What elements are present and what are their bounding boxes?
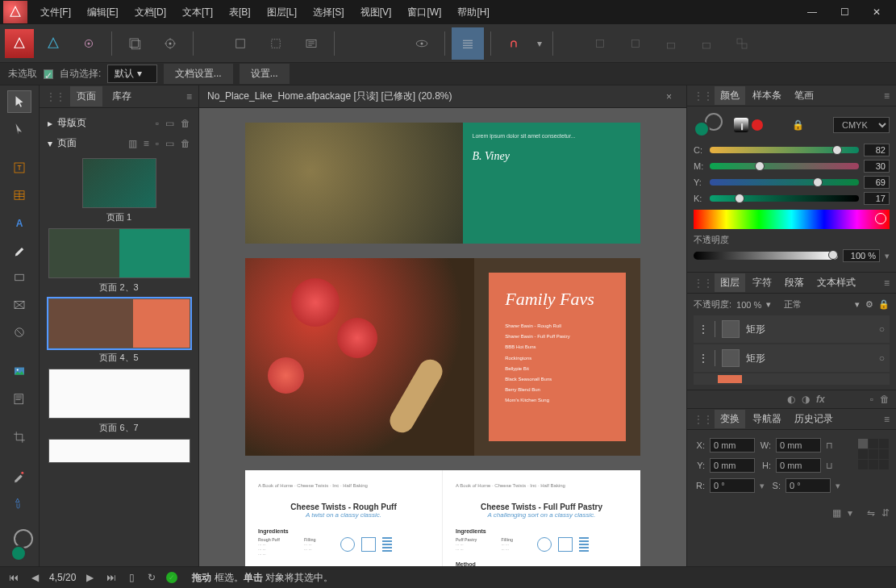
swatches-tab[interactable]: 样本条	[747, 86, 787, 105]
refresh-icon[interactable]: ↻	[145, 572, 158, 583]
lock-icon[interactable]: 🔒	[878, 299, 890, 310]
layer-opacity-value[interactable]: 100 %	[736, 300, 761, 310]
gear-icon[interactable]: ⚙	[865, 299, 873, 310]
maximize-button[interactable]: ☐	[828, 0, 861, 24]
opacity-value[interactable]: 100 %	[843, 249, 880, 262]
page-thumb-89[interactable]	[44, 439, 194, 463]
layer-row[interactable]: ⋮ 矩形 ○	[694, 344, 890, 372]
persona-photo-icon[interactable]	[73, 27, 105, 60]
pages-tab[interactable]: 页面	[70, 86, 102, 106]
master-pages-header[interactable]: ▸ 母版页 ▫▭🗑	[44, 113, 194, 133]
snap-dropdown-icon[interactable]: ▾	[533, 27, 546, 60]
preflight-icon[interactable]	[295, 27, 327, 60]
menu-select[interactable]: 选择[S]	[305, 0, 352, 24]
preview-icon[interactable]	[406, 27, 438, 60]
place-image-tool[interactable]	[7, 360, 31, 382]
crop-tool[interactable]	[7, 426, 31, 448]
pages-section-header[interactable]: ▾ 页面 ▥≡▫▭🗑	[44, 133, 194, 153]
view-mode-icon[interactable]: ▯	[127, 572, 137, 583]
drag-handle-icon[interactable]: ⋮⋮	[694, 90, 713, 102]
stock-tab[interactable]: 库存	[106, 86, 138, 106]
folder2-icon[interactable]: ▭	[165, 138, 174, 149]
yellow-slider[interactable]	[710, 179, 859, 186]
drag-handle-icon[interactable]: ⋮⋮	[694, 277, 713, 289]
group-icon[interactable]	[726, 27, 758, 60]
w-field[interactable]: 0 mm	[776, 438, 821, 452]
delete-layer-icon[interactable]: 🗑	[880, 394, 890, 405]
section-icon[interactable]	[260, 27, 292, 60]
next-page-icon[interactable]: ▶	[84, 572, 96, 583]
unlock-icon[interactable]	[690, 27, 723, 60]
close-button[interactable]: ✕	[861, 0, 893, 24]
y-field[interactable]: 0 mm	[710, 458, 755, 473]
magenta-value[interactable]: 30	[864, 160, 890, 173]
color-picker-tool[interactable]	[7, 465, 31, 487]
add-page-icon[interactable]: ▫	[156, 138, 159, 149]
snapping-icon[interactable]	[498, 27, 530, 60]
move-back-icon[interactable]	[584, 27, 616, 60]
color-mode-dropdown[interactable]: CMYK	[833, 117, 890, 133]
layers-panel-icon[interactable]	[119, 27, 151, 60]
trash2-icon[interactable]: 🗑	[181, 138, 190, 149]
data-merge-tool[interactable]	[7, 387, 31, 410]
cyan-value[interactable]: 82	[864, 144, 890, 156]
characters-tab[interactable]: 字符	[747, 273, 777, 292]
minimize-button[interactable]: —	[796, 0, 828, 24]
fill-tool[interactable]	[7, 492, 31, 515]
frame-text-tool[interactable]: T	[7, 156, 31, 179]
panel-menu-icon[interactable]: ≡	[884, 90, 890, 102]
move-forward-icon[interactable]	[619, 27, 652, 60]
artistic-text-tool[interactable]: A	[7, 211, 31, 234]
persona-designer-icon[interactable]	[37, 27, 69, 60]
eyedropper-icon[interactable]	[734, 118, 748, 132]
autoselect-dropdown[interactable]: 默认 ▾	[107, 65, 156, 83]
panel-menu-icon[interactable]: ≡	[884, 277, 890, 289]
preferences-icon[interactable]	[154, 27, 186, 60]
node-tool[interactable]	[7, 118, 31, 140]
spread-67[interactable]: A Book of Home · Cheese Twists · Inc · H…	[245, 470, 640, 566]
page-thumb-1[interactable]: 页面 1	[44, 158, 194, 223]
pick-color-icon[interactable]	[752, 119, 763, 131]
r-field[interactable]: 0 °	[710, 478, 755, 493]
drag-handle-icon[interactable]: ⋮⋮	[46, 91, 65, 102]
x-field[interactable]: 0 mm	[710, 438, 755, 452]
magenta-slider[interactable]	[710, 163, 859, 169]
status-ok-icon[interactable]: ✓	[166, 572, 177, 583]
blend-mode-dropdown[interactable]: 正常	[784, 298, 802, 311]
last-page-icon[interactable]: ⏭	[104, 572, 119, 583]
close-tab-icon[interactable]: ×	[660, 91, 678, 102]
stroke-fill-swatch[interactable]	[7, 529, 31, 561]
color-tab[interactable]: 颜色	[715, 86, 745, 105]
move-tool[interactable]	[7, 90, 31, 113]
settings-button[interactable]: 设置...	[240, 64, 290, 84]
add-layer-icon[interactable]: ▫	[870, 394, 873, 405]
drag-handle-icon[interactable]: ⋮⋮	[694, 414, 713, 425]
doc-settings-button[interactable]: 文档设置...	[164, 64, 233, 84]
align-icon[interactable]: ▦	[832, 507, 841, 519]
first-page-icon[interactable]: ⏮	[6, 572, 21, 583]
history-tab[interactable]: 历史记录	[789, 410, 839, 428]
layout-icon[interactable]: ▥	[128, 138, 137, 149]
lock-icon[interactable]	[655, 27, 687, 60]
fill-stroke-swatch[interactable]	[694, 113, 723, 137]
menu-document[interactable]: 文档[D]	[127, 0, 174, 24]
stroke-tab[interactable]: 笔画	[789, 86, 819, 105]
s-field[interactable]: 0 °	[786, 478, 831, 493]
layers-tab[interactable]: 图层	[715, 273, 745, 292]
page-thumb-23[interactable]: 页面 2、3	[44, 228, 194, 294]
transform-tab[interactable]: 变换	[715, 410, 745, 428]
flip-v-icon[interactable]: ⇵	[881, 507, 890, 519]
page-thumb-45[interactable]: 页面 4、5	[44, 298, 194, 364]
mask-icon[interactable]: ◐	[787, 394, 795, 405]
visibility-icon[interactable]: ⋮	[698, 352, 708, 364]
menu-text[interactable]: 文本[T]	[174, 0, 221, 24]
page-counter[interactable]: 4,5/20	[49, 572, 76, 583]
yellow-value[interactable]: 69	[864, 176, 890, 189]
navigator-tab[interactable]: 导航器	[747, 410, 787, 428]
spread-23[interactable]: Lorem ipsum dolor sit amet consectetur..…	[245, 123, 640, 244]
trash-icon[interactable]: 🗑	[181, 118, 190, 129]
table-tool[interactable]	[7, 184, 31, 206]
ellipse-tool[interactable]	[7, 321, 31, 344]
panel-menu-icon[interactable]: ≡	[884, 414, 890, 425]
h-field[interactable]: 0 mm	[776, 458, 821, 473]
